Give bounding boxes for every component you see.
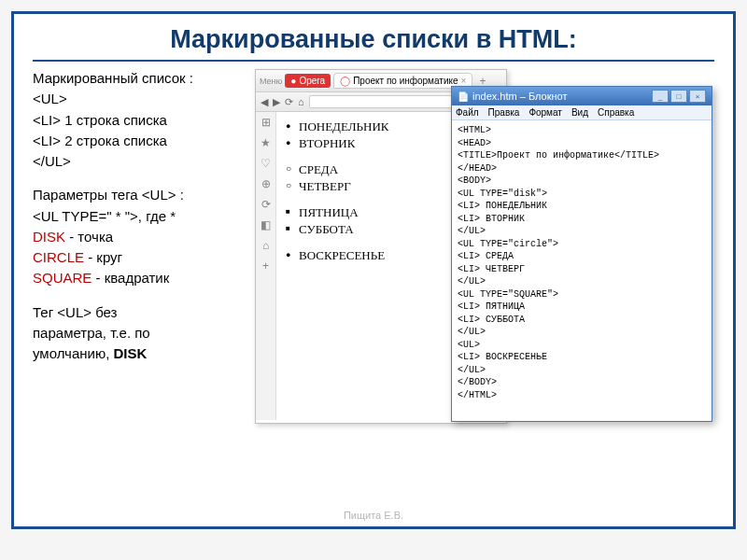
opera-menu-label: Меню — [260, 77, 282, 86]
sidebar-icon[interactable]: ◧ — [260, 218, 273, 231]
text-line: <UL TYPE=" * ">, где * — [33, 207, 247, 226]
reload-icon[interactable]: ⟳ — [285, 96, 293, 108]
content-row: Маркированный список : <UL> <LI> 1 строк… — [33, 69, 714, 365]
notepad-icon: 📄 — [458, 91, 469, 102]
window-controls: _ □ × — [652, 90, 706, 103]
notepad-menubar: Файл Правка Формат Вид Справка — [452, 105, 712, 120]
opera-tab-icon: ◯ — [340, 76, 350, 86]
heart-icon[interactable]: ♡ — [260, 157, 273, 170]
menu-file[interactable]: Файл — [456, 107, 479, 118]
home-icon[interactable]: ⌂ — [298, 96, 304, 107]
text-line: параметра, т.е. по — [33, 324, 247, 343]
menu-edit[interactable]: Правка — [488, 107, 520, 118]
menu-view[interactable]: Вид — [571, 107, 588, 118]
opera-menu-button[interactable]: ● Opera — [285, 74, 331, 88]
code-line: <UL> — [33, 90, 247, 108]
text-line: умолчанию, DISK — [33, 344, 247, 363]
forward-icon[interactable]: ▶ — [273, 96, 280, 108]
sidebar-icon[interactable]: ⟳ — [260, 198, 273, 211]
menu-help[interactable]: Справка — [598, 107, 634, 118]
footer-credit: Пищита Е.В. — [14, 510, 733, 521]
text-line: Тег <UL> без — [33, 303, 247, 322]
code-line: </UL> — [33, 152, 247, 171]
left-text-column: Маркированный список : <UL> <LI> 1 строк… — [33, 69, 247, 365]
browser-sidebar: ⊞ ★ ♡ ⊕ ⟳ ◧ ⌂ + — [256, 112, 276, 420]
plus-icon[interactable]: + — [260, 259, 273, 273]
maximize-button[interactable]: □ — [670, 90, 687, 103]
minimize-button[interactable]: _ — [652, 90, 669, 103]
code-line: <LI> 1 строка списка — [33, 111, 247, 130]
text-line: Параметры тега <UL> : — [33, 186, 247, 204]
back-icon[interactable]: ◀ — [261, 96, 268, 108]
menu-format[interactable]: Формат — [529, 107, 562, 118]
sidebar-icon[interactable]: ⊕ — [260, 177, 273, 190]
notepad-editor[interactable]: <HTML> <HEAD> <TITLE>Проект по информати… — [452, 120, 712, 405]
opera-icon: ● — [290, 76, 296, 86]
notepad-window: 📄 index.htm – Блокнот _ □ × Файл Правка … — [451, 86, 712, 422]
text-line: DISK - точка — [33, 228, 247, 246]
notepad-title-text: index.htm – Блокнот — [472, 91, 567, 102]
sidebar-icon[interactable]: ⊞ — [260, 116, 273, 129]
close-button[interactable]: × — [689, 90, 706, 103]
slide-frame: Маркированные списки в HTML: Маркированн… — [11, 11, 736, 529]
text-line: Маркированный список : — [33, 69, 247, 88]
close-icon[interactable]: × — [461, 76, 467, 86]
star-icon[interactable]: ★ — [260, 136, 273, 149]
text-line: CIRCLE - круг — [33, 248, 247, 267]
code-line: <LI> 2 строка списка — [33, 132, 247, 150]
notepad-titlebar: 📄 index.htm – Блокнот _ □ × — [452, 87, 712, 105]
slide-title: Маркированные списки в HTML: — [33, 25, 714, 62]
screenshots-area: Меню ● Opera ◯ Проект по информатике × +… — [255, 69, 714, 365]
text-line: SQUARE - квадратик — [33, 269, 247, 287]
sidebar-icon[interactable]: ⌂ — [260, 239, 273, 252]
